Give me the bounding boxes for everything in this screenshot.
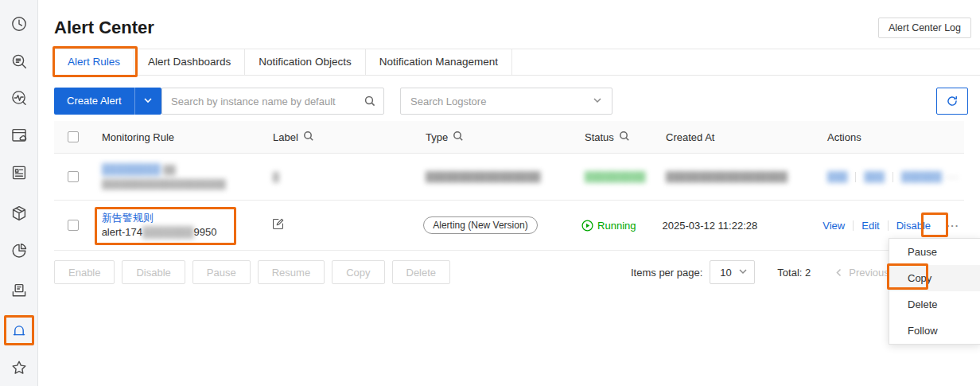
enable-button[interactable]: Enable — [54, 260, 115, 284]
redacted-action[interactable]: ███ — [827, 171, 848, 182]
chevron-left-icon — [834, 268, 843, 277]
star-icon[interactable] — [10, 359, 28, 376]
redacted-type: █████████████████ — [426, 171, 585, 182]
page-title: Alert Center — [54, 18, 154, 38]
previous-page-button[interactable]: Previous — [834, 267, 889, 279]
pause-button[interactable]: Pause — [192, 260, 251, 284]
alert-center-page: Alert Center Alert Center Log Alert Rule… — [0, 0, 980, 386]
instance-search-box — [161, 88, 384, 115]
create-alert-label[interactable]: Create Alert — [54, 88, 134, 115]
menu-item-pause[interactable]: Pause — [889, 239, 980, 265]
bulk-action-bar: Enable Disable Pause Resume Copy Delete — [54, 260, 450, 284]
disable-button[interactable]: Disable — [122, 260, 185, 284]
menu-item-follow[interactable]: Follow — [889, 318, 980, 344]
dashboard-icon[interactable] — [10, 127, 28, 144]
created-at: 2025-03-12 11:22:28 — [662, 220, 822, 232]
redacted-action[interactable]: ███ — [864, 171, 885, 182]
trace-analysis-icon[interactable] — [10, 89, 28, 107]
table-row: 新告警规则 alert-174███████9950 Alerting (New… — [54, 201, 964, 251]
column-actions: Actions — [827, 131, 861, 143]
clock-icon[interactable] — [10, 15, 28, 33]
action-divider — [855, 172, 856, 182]
chevron-down-icon — [143, 94, 153, 108]
search-icon[interactable] — [356, 88, 383, 114]
action-divider — [892, 172, 893, 182]
column-status: Status — [585, 131, 614, 143]
type-filter-search-icon[interactable] — [453, 131, 464, 144]
column-type: Type — [426, 131, 448, 143]
tab-alert-dashboards[interactable]: Alert Dashboards — [134, 49, 245, 75]
menu-item-copy[interactable]: Copy — [889, 265, 980, 291]
select-all-checkbox[interactable] — [68, 131, 79, 142]
row-checkbox[interactable] — [68, 220, 79, 231]
tab-notification-management[interactable]: Notification Management — [366, 49, 512, 75]
edit-label-icon[interactable] — [271, 220, 285, 233]
redacted-action[interactable]: ██████ — [901, 171, 942, 182]
package-icon[interactable] — [10, 205, 28, 222]
type-badge: Alerting (New Version) — [423, 216, 537, 234]
menu-item-delete[interactable]: Delete — [889, 291, 980, 318]
row-actions-context-menu: Pause Copy Delete Follow — [889, 238, 980, 345]
more-actions-button[interactable]: ··· — [942, 171, 964, 183]
alert-rules-table: Monitoring Rule Label Type Status Create… — [54, 121, 964, 251]
page-size-select[interactable]: 10 — [710, 260, 755, 284]
logstore-placeholder: Search Logstore — [410, 96, 486, 107]
status-badge: Running — [581, 220, 662, 232]
redacted-id-segment: ███████ — [142, 226, 193, 238]
redacted-rule-id: ████████████████████ — [102, 177, 273, 191]
delete-button[interactable]: Delete — [392, 260, 451, 284]
create-alert-button[interactable]: Create Alert — [54, 88, 161, 115]
column-monitoring-rule: Monitoring Rule — [102, 131, 174, 143]
refresh-button[interactable] — [936, 88, 968, 115]
alert-center-log-button[interactable]: Alert Center Log — [878, 18, 971, 38]
instance-search-input[interactable] — [162, 96, 356, 107]
rule-id: alert-174███████9950 — [102, 225, 272, 240]
status-filter-search-icon[interactable] — [619, 131, 630, 144]
view-action-link[interactable]: View — [822, 220, 845, 232]
redacted-rule-name[interactable]: ████████ — [102, 163, 161, 175]
chevron-down-icon — [738, 267, 748, 279]
table-header-row: Monitoring Rule Label Type Status Create… — [54, 121, 964, 154]
tab-bar: Alert Rules Alert Dashboards Notificatio… — [54, 49, 980, 76]
action-divider — [853, 220, 854, 231]
edit-action-link[interactable]: Edit — [861, 220, 879, 232]
left-nav-sidebar — [0, 0, 38, 386]
tab-notification-objects[interactable]: Notification Objects — [245, 49, 365, 75]
chevron-down-icon — [593, 94, 602, 108]
pagination: Items per page: 10 Total: 2 Previous 1 — [631, 260, 923, 284]
row-checkbox[interactable] — [68, 171, 79, 182]
redacted-status: █████████ — [585, 171, 666, 182]
items-per-page-label: Items per page: — [631, 267, 702, 279]
rule-name-link[interactable]: 新告警规则 — [102, 211, 272, 225]
resume-button[interactable]: Resume — [258, 260, 325, 284]
logstore-select[interactable]: Search Logstore — [400, 88, 612, 115]
column-label: Label — [273, 131, 298, 143]
redacted-label: █ — [273, 172, 426, 181]
running-play-icon — [581, 220, 593, 232]
ticket-icon[interactable] — [10, 282, 28, 299]
total-count: Total: 2 — [777, 267, 811, 279]
action-divider — [888, 220, 889, 231]
label-filter-search-icon[interactable] — [303, 131, 314, 144]
copy-button[interactable]: Copy — [332, 260, 384, 284]
redacted-created-at: ██████████████████ — [666, 171, 827, 182]
column-created-at: Created At — [666, 131, 714, 143]
more-actions-button[interactable]: ··· — [942, 220, 964, 232]
tab-alert-rules[interactable]: Alert Rules — [54, 49, 134, 75]
disable-action-link[interactable]: Disable — [896, 220, 931, 232]
log-search-icon[interactable] — [10, 53, 28, 70]
create-alert-dropdown[interactable] — [134, 88, 161, 115]
table-row: ████████ ██ ████████████████████ █ █████… — [54, 154, 964, 201]
pie-chart-icon[interactable] — [10, 242, 28, 259]
report-icon[interactable] — [10, 164, 28, 181]
alert-bell-icon[interactable] — [10, 322, 28, 339]
